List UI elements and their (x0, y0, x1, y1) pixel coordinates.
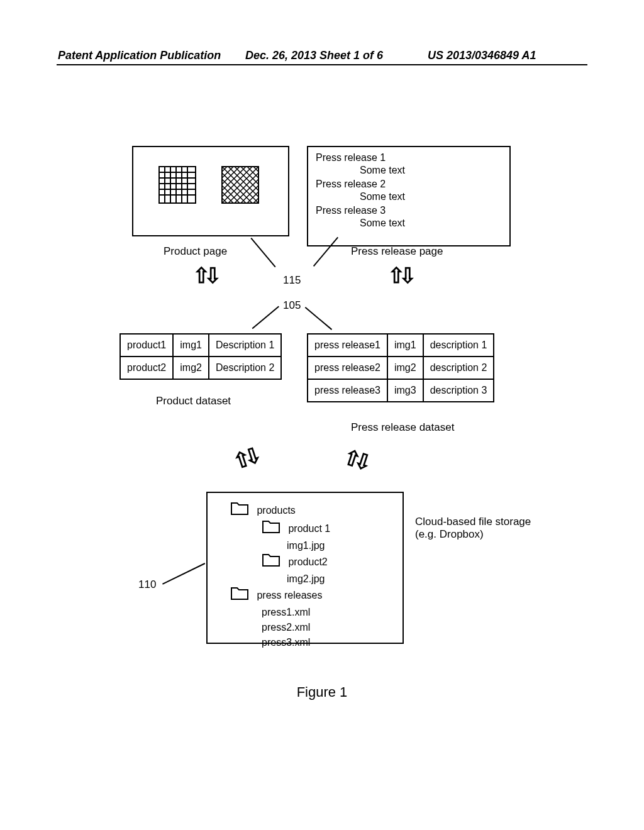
figure-caption: Figure 1 (0, 684, 644, 700)
product-page-label: Product page (164, 245, 227, 258)
cell: description 2 (423, 357, 494, 379)
press-item-2-title: Press release 2 (316, 179, 502, 190)
cell: img2 (387, 357, 423, 379)
press-item-3-title: Press release 3 (316, 205, 502, 216)
tree-press-label: press releases (257, 590, 322, 600)
updown-arrows-tilt-icon: ⇧⇩ (230, 443, 259, 474)
tree-press: press releases (230, 587, 330, 605)
header-center: Dec. 26, 2013 Sheet 1 of 6 (245, 49, 383, 62)
cell: press release1 (308, 334, 387, 357)
cell: product2 (120, 357, 173, 379)
cell: description 1 (423, 334, 494, 357)
cell: description 3 (423, 379, 494, 402)
tree-products-label: products (257, 505, 295, 516)
updown-arrows-tilt-icon: ⇧⇩ (340, 443, 370, 474)
tree-press-file2: press2.xml (262, 620, 330, 635)
lead-line (305, 307, 332, 330)
page: Patent Application Publication Dec. 26, … (0, 0, 644, 830)
press-item-1-text: Some text (316, 165, 502, 176)
ref-115: 115 (283, 274, 301, 287)
tree-press-file3: press3.xml (262, 635, 330, 650)
cell: img1 (387, 334, 423, 357)
cell: Description 1 (209, 334, 281, 357)
tree-products: products (230, 502, 330, 520)
press-item-2-text: Some text (316, 191, 502, 202)
cell: img1 (173, 334, 209, 357)
tree-product2-label: product2 (288, 556, 327, 567)
press-release-dataset-table: press release1 img1 description 1 press … (307, 333, 494, 402)
press-release-dataset-label: Press release dataset (351, 421, 454, 434)
cell: product1 (120, 334, 173, 357)
press-item-3-text: Some text (316, 218, 502, 229)
table-row: product2 img2 Description 2 (120, 357, 281, 379)
cell: Description 2 (209, 357, 281, 379)
cell: img2 (173, 357, 209, 379)
tree-product1: product 1 (262, 520, 330, 538)
table-row: press release1 img1 description 1 (308, 334, 494, 357)
tree-product1-file: img1.jpg (262, 538, 330, 553)
header-left: Patent Application Publication (58, 49, 221, 62)
storage-label: Cloud-based file storage (e.g. Dropbox) (415, 516, 535, 541)
header-rule (57, 64, 587, 65)
lead-line (162, 563, 205, 585)
updown-arrows-icon: ⇧⇩ (192, 263, 215, 288)
table-row: product1 img1 Description 1 (120, 334, 281, 357)
ref-110: 110 (138, 578, 156, 591)
press-release-page-label: Press release page (351, 245, 443, 258)
tree-product1-label: product 1 (288, 523, 330, 534)
table-row: press release3 img3 description 3 (308, 379, 494, 402)
grid-pattern-icon (158, 166, 196, 204)
updown-arrows-icon: ⇧⇩ (387, 263, 410, 288)
product-page-box (132, 146, 289, 236)
cell: press release3 (308, 379, 387, 402)
tree-press-file1: press1.xml (262, 605, 330, 620)
folder-icon (262, 553, 280, 572)
press-release-page-box: Press release 1 Some text Press release … (307, 146, 511, 246)
product-dataset-table: product1 img1 Description 1 product2 img… (119, 333, 282, 380)
cell: press release2 (308, 357, 387, 379)
press-item-1-title: Press release 1 (316, 152, 502, 163)
tree-product2: product2 (262, 553, 330, 572)
press-item-2: Press release 2 Some text (316, 179, 502, 202)
folder-icon (230, 502, 249, 520)
crosshatch-pattern-icon (221, 166, 259, 204)
lead-line (250, 238, 275, 267)
press-item-3: Press release 3 Some text (316, 205, 502, 229)
storage-box: products product 1 img1.jpg product2 img… (206, 492, 404, 644)
table-row: press release2 img2 description 2 (308, 357, 494, 379)
product-dataset-label: Product dataset (156, 395, 231, 407)
folder-icon (230, 587, 249, 605)
folder-icon (262, 520, 280, 538)
cell: img3 (387, 379, 423, 402)
press-item-1: Press release 1 Some text (316, 152, 502, 176)
svg-rect-11 (222, 167, 258, 203)
lead-line (252, 306, 279, 329)
ref-105: 105 (283, 299, 301, 312)
header-right: US 2013/0346849 A1 (428, 49, 536, 62)
tree-product2-file: img2.jpg (262, 572, 330, 587)
